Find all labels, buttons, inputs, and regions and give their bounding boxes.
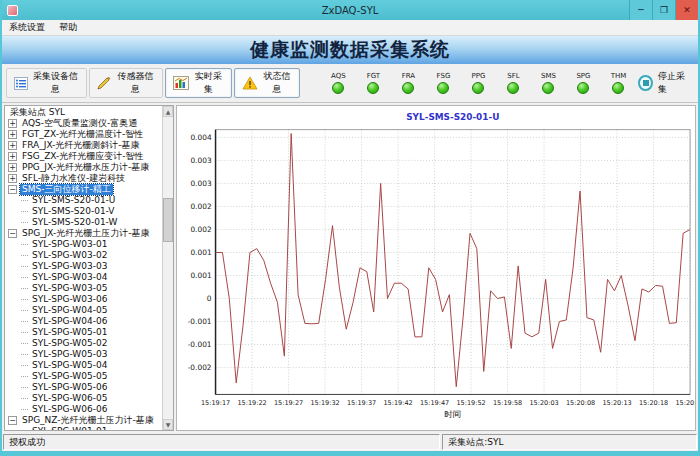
tree-item[interactable]: +AQS-空气质量监测仪-富奥通	[5, 118, 162, 129]
tree-item[interactable]: +FSG_ZX-光纤光栅应变计-智性	[5, 151, 162, 162]
tree-item-label: SYL-SPG-W05-06	[30, 382, 109, 393]
tree-item-label: SYL-SMS-S20-01-V	[30, 206, 117, 217]
tree-item-label: FGT_ZX-光纤光栅温度计-智性	[20, 129, 145, 140]
tree-item-label: SYL-SPG-W01-01	[30, 426, 109, 430]
tree-connector	[21, 288, 28, 289]
tree-item-label: PPG_JX-光纤光栅水压力计-基康	[20, 162, 151, 173]
tree-item[interactable]: SYL-SPG-W04-05	[5, 305, 162, 316]
tree-item[interactable]: +PPG_JX-光纤光栅水压力计-基康	[5, 162, 162, 173]
status-auth-text: 授权成功	[3, 434, 440, 450]
svg-text:15:19:32: 15:19:32	[310, 399, 339, 407]
tree-item[interactable]: SYL-SPG-W05-01	[5, 327, 162, 338]
green-status-light-icon	[332, 82, 344, 94]
expand-icon[interactable]: +	[8, 163, 17, 172]
tree-connector	[21, 321, 28, 322]
expand-icon[interactable]: +	[8, 174, 17, 183]
svg-text:15:19:58: 15:19:58	[493, 399, 522, 407]
tree-item[interactable]: SYL-SPG-W05-05	[5, 371, 162, 382]
expand-icon[interactable]: +	[8, 141, 17, 150]
svg-text:15:19:22: 15:19:22	[237, 399, 266, 407]
tree-item-label: SPG_JX-光纤光栅土压力计-基康	[20, 228, 151, 239]
stop-collect-button[interactable]: 停止采集	[638, 70, 694, 96]
svg-text:-0.001: -0.001	[188, 317, 212, 326]
sensor-pen-icon	[97, 77, 112, 90]
menu-item-system-settings[interactable]: 系统设置	[2, 21, 52, 34]
indicator-thm: THM	[606, 72, 630, 94]
tree-item[interactable]: SYL-SPG-W04-06	[5, 316, 162, 327]
expand-icon[interactable]: +	[8, 152, 17, 161]
sensor-info-button[interactable]: 传感器信息	[89, 68, 163, 98]
tree-item[interactable]: SYL-SMS-S20-01-V	[5, 206, 162, 217]
tree-connector	[21, 398, 28, 399]
status-info-button[interactable]: 状态信息	[234, 68, 301, 98]
tree-item[interactable]: SYL-SPG-W03-01	[5, 239, 162, 250]
tree-item[interactable]: SYL-SMS-S20-01-W	[5, 217, 162, 228]
indicator-label: FRA	[402, 72, 415, 81]
status-station-text: 采集站点:SYL	[442, 434, 697, 450]
scrollbar-thumb[interactable]	[163, 198, 173, 242]
chart-panel: 0.0040.0030.0030.0020.0020.0010.0010-0.0…	[176, 105, 696, 431]
indicator-sms: SMS	[536, 72, 560, 94]
close-button[interactable]: ✕	[675, 0, 698, 20]
tree-item-label: SYL-SPG-W04-05	[30, 305, 109, 316]
expand-icon[interactable]: +	[8, 130, 17, 139]
status-bar: 授权成功 采集站点:SYL	[2, 433, 698, 451]
button-label: 传感器信息	[116, 70, 155, 96]
tree-item-label: SYL-SPG-W06-05	[30, 393, 109, 404]
tree-item[interactable]: SYL-SPG-W01-01	[5, 426, 162, 430]
tree-item[interactable]: SYL-SPG-W03-05	[5, 283, 162, 294]
tree-item-label: SPG_NZ-光纤光栅土压力计-基康	[20, 415, 156, 426]
tree-connector	[21, 365, 28, 366]
tree-item[interactable]: −SPG_NZ-光纤光栅土压力计-基康	[5, 415, 162, 426]
tree-item-selected[interactable]: −SMS-三向位移计-精工	[5, 184, 162, 195]
svg-text:15:20:13: 15:20:13	[602, 399, 631, 407]
svg-text:15:20:18: 15:20:18	[639, 399, 668, 407]
realtime-collect-button[interactable]: 实时采集	[165, 68, 232, 98]
expand-icon[interactable]: +	[8, 119, 17, 128]
tree-item[interactable]: SYL-SPG-W03-03	[5, 261, 162, 272]
tree-item[interactable]: +FRA_JX-光纤光栅测斜计-基康	[5, 140, 162, 151]
tree-item[interactable]: SYL-SPG-W05-03	[5, 349, 162, 360]
tree-item[interactable]: SYL-SPG-W06-05	[5, 393, 162, 404]
tree-item[interactable]: SYL-SPG-W05-04	[5, 360, 162, 371]
tree-item-label: SYL-SPG-W05-04	[30, 360, 109, 371]
minimize-button[interactable]: ─	[629, 0, 652, 20]
tree-item[interactable]: 采集站点 SYL	[5, 107, 162, 118]
menu-item-help[interactable]: 帮助	[52, 21, 84, 34]
tree-item[interactable]: SYL-SPG-W05-02	[5, 338, 162, 349]
tree-item[interactable]: +SFL-静力水准仪-建岩科技	[5, 173, 162, 184]
tree-item[interactable]: −SPG_JX-光纤光栅土压力计-基康	[5, 228, 162, 239]
tree-item[interactable]: SYL-SPG-W05-06	[5, 382, 162, 393]
tree-connector	[21, 266, 28, 267]
scroll-up-icon[interactable]: ▲	[163, 106, 173, 117]
main-area: 采集站点 SYL+AQS-空气质量监测仪-富奥通+FGT_ZX-光纤光栅温度计-…	[2, 103, 698, 433]
button-label: 状态信息	[262, 70, 293, 96]
scroll-down-icon[interactable]: ▼	[163, 419, 173, 430]
collapse-icon[interactable]: −	[8, 416, 17, 425]
maximize-button[interactable]: ❐	[652, 0, 675, 20]
realtime-line-chart: 0.0040.0030.0030.0020.0020.0010.0010-0.0…	[177, 106, 695, 430]
device-info-button[interactable]: 采集设备信息	[6, 68, 87, 98]
svg-text:0.001: 0.001	[190, 248, 211, 257]
warning-icon	[242, 76, 258, 90]
collapse-icon[interactable]: −	[8, 185, 17, 194]
tree-item[interactable]: +FGT_ZX-光纤光栅温度计-智性	[5, 129, 162, 140]
tree-item[interactable]: SYL-SPG-W03-04	[5, 272, 162, 283]
tree-item[interactable]: SYL-SMS-S20-01-U	[5, 195, 162, 206]
tree-scrollbar[interactable]: ▲ ▼	[162, 106, 173, 430]
tree-item-label: SYL-SPG-W03-06	[30, 294, 109, 305]
tree-item[interactable]: SYL-SPG-W03-06	[5, 294, 162, 305]
tree-connector	[21, 211, 28, 212]
svg-text:15:20:03: 15:20:03	[529, 399, 558, 407]
svg-text:-0.002: -0.002	[188, 363, 212, 372]
tree-item[interactable]: SYL-SPG-W03-02	[5, 250, 162, 261]
collapse-icon[interactable]: −	[8, 229, 17, 238]
title-bar: ZxDAQ-SYL ─ ❐ ✕	[2, 0, 698, 20]
tree-item[interactable]: SYL-SPG-W06-06	[5, 404, 162, 415]
toolbar: 采集设备信息 传感器信息 实时采集 状态信息 AQSFGTFRAFSGPPGSF…	[2, 64, 698, 103]
svg-text:0.003: 0.003	[190, 179, 211, 188]
tree-item-label: SMS-三向位移计-精工	[20, 184, 113, 195]
green-status-light-icon	[367, 82, 379, 94]
indicator-aqs: AQS	[326, 72, 350, 94]
svg-text:15:19:17: 15:19:17	[201, 399, 230, 407]
